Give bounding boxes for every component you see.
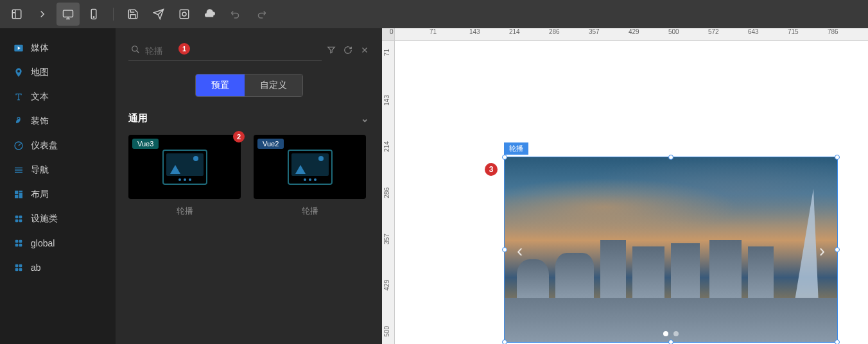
selection-tag: 轮播 xyxy=(504,142,528,155)
undo-button[interactable] xyxy=(224,3,247,26)
toolbar-separator xyxy=(113,8,114,21)
dashboard-icon xyxy=(13,140,24,151)
mobile-view-button[interactable] xyxy=(82,3,105,26)
image-icon xyxy=(288,150,333,185)
resize-handle[interactable] xyxy=(835,340,840,344)
svg-rect-9 xyxy=(19,216,22,219)
svg-rect-4 xyxy=(180,10,189,19)
search-input[interactable] xyxy=(145,46,319,56)
carousel-instance[interactable]: 轮播 ‹ › xyxy=(504,157,838,343)
sidebar-item-nav[interactable]: 导航 xyxy=(0,158,116,182)
image-icon xyxy=(162,150,207,185)
logo-button[interactable] xyxy=(5,3,28,26)
section-title: 通用 xyxy=(128,112,148,125)
ab-icon xyxy=(13,262,24,273)
sidebar-item-facility[interactable]: 设施类 xyxy=(0,207,116,231)
facility-icon xyxy=(13,213,24,225)
canvas-area[interactable]: 071143214286357429500572643715786 711432… xyxy=(382,28,868,344)
ruler-vertical: 71143214286357429500 xyxy=(382,41,395,344)
sidebar-item-label: 地图 xyxy=(31,67,49,78)
sidebar-item-label: ab xyxy=(31,262,41,273)
sidebar-item-label: 仪表盘 xyxy=(31,140,58,151)
component-card-vue2[interactable]: Vue2 xyxy=(254,135,366,199)
sidebar-item-label: 装饰 xyxy=(31,116,49,127)
global-icon xyxy=(13,237,24,249)
component-card-vue3[interactable]: Vue3 xyxy=(128,135,241,199)
panel-tabs: 预置 自定义 xyxy=(195,74,303,97)
sidebar-item-label: 文本 xyxy=(31,91,49,103)
sidebar-item-media[interactable]: 媒体 xyxy=(0,36,116,60)
text-icon xyxy=(13,91,24,103)
svg-rect-10 xyxy=(15,219,19,223)
sidebar-item-map[interactable]: 地图 xyxy=(0,60,116,85)
svg-rect-15 xyxy=(19,244,22,247)
sidebar-item-layout[interactable]: 布局 xyxy=(0,182,116,207)
card-label: 轮播 xyxy=(254,205,366,217)
resize-handle[interactable] xyxy=(502,155,507,160)
resize-handle[interactable] xyxy=(668,155,673,160)
tab-preset[interactable]: 预置 xyxy=(196,74,245,96)
close-icon[interactable] xyxy=(360,46,369,57)
sidebar-item-label: 设施类 xyxy=(31,213,58,225)
search-box xyxy=(128,41,322,61)
component-panel: 1 预置 自定义 通用 ⌄ Vue3 轮播 2 xyxy=(116,28,382,344)
sidebar-item-decorate[interactable]: 装饰 xyxy=(0,109,116,133)
section-header[interactable]: 通用 ⌄ xyxy=(128,112,369,125)
resize-handle[interactable] xyxy=(835,247,840,252)
sidebar-item-label: 导航 xyxy=(31,164,49,176)
filter-icon[interactable] xyxy=(327,46,336,57)
annotation-badge-1: 1 xyxy=(178,43,190,55)
sidebar-item-dashboard[interactable]: 仪表盘 xyxy=(0,133,116,158)
sidebar-item-text[interactable]: 文本 xyxy=(0,85,116,109)
refresh-icon[interactable] xyxy=(343,46,352,57)
svg-point-3 xyxy=(93,17,94,18)
sidebar-item-label: 布局 xyxy=(31,189,49,200)
map-icon xyxy=(13,67,24,78)
decorate-icon xyxy=(13,116,24,127)
card-tag: Vue3 xyxy=(132,139,159,149)
ruler-horizontal: 071143214286357429500572643715786 xyxy=(395,28,868,41)
layout-icon xyxy=(13,189,24,200)
cloud-upload-button[interactable] xyxy=(198,3,221,26)
svg-rect-18 xyxy=(15,268,19,271)
nav-icon xyxy=(13,164,24,176)
svg-rect-1 xyxy=(64,10,73,17)
annotation-badge-3: 3 xyxy=(485,163,498,176)
media-icon xyxy=(13,42,24,54)
card-tag: Vue2 xyxy=(257,139,284,149)
desktop-view-button[interactable] xyxy=(56,3,80,26)
svg-rect-0 xyxy=(12,10,21,19)
selection-box xyxy=(504,157,838,343)
inspect-button[interactable] xyxy=(173,3,196,26)
tab-custom[interactable]: 自定义 xyxy=(245,74,302,96)
svg-rect-12 xyxy=(15,240,19,243)
svg-rect-13 xyxy=(19,240,22,243)
svg-rect-8 xyxy=(15,216,19,219)
send-button[interactable] xyxy=(147,3,170,26)
left-sidebar: 媒体 地图 文本 装饰 仪表盘 导航 布局 设施类 xyxy=(0,28,116,344)
svg-rect-19 xyxy=(19,268,22,271)
resize-handle[interactable] xyxy=(835,155,840,160)
svg-point-20 xyxy=(132,46,137,51)
redo-button[interactable] xyxy=(250,3,273,26)
svg-rect-16 xyxy=(15,264,19,268)
expand-button[interactable] xyxy=(31,3,54,26)
resize-handle[interactable] xyxy=(502,247,507,252)
sidebar-item-ab[interactable]: ab xyxy=(0,255,116,280)
save-button[interactable] xyxy=(121,3,144,26)
chevron-down-icon: ⌄ xyxy=(361,113,369,125)
annotation-badge-2: 2 xyxy=(233,131,245,142)
sidebar-item-label: 媒体 xyxy=(31,42,49,54)
resize-handle[interactable] xyxy=(502,340,507,344)
svg-rect-11 xyxy=(19,219,22,223)
svg-rect-14 xyxy=(15,244,19,247)
search-icon xyxy=(131,45,140,56)
sidebar-item-global[interactable]: global xyxy=(0,231,116,255)
sidebar-item-label: global xyxy=(31,238,55,248)
svg-rect-17 xyxy=(19,264,22,268)
card-label: 轮播 xyxy=(128,205,241,217)
svg-point-5 xyxy=(182,12,186,16)
resize-handle[interactable] xyxy=(668,340,673,344)
top-toolbar xyxy=(0,0,868,28)
